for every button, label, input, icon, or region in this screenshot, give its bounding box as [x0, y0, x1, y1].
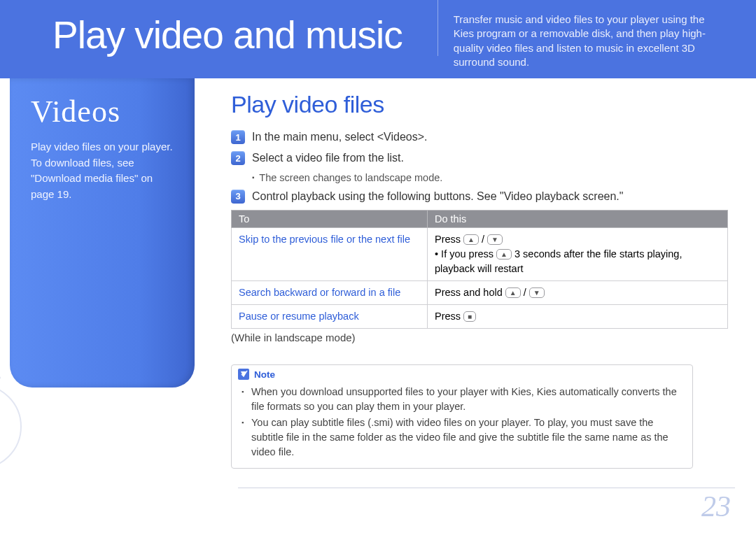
table-row: Pause or resume playback Press ■ — [232, 305, 728, 329]
section-heading: Play video files — [231, 91, 728, 118]
table-row: Search backward or forward in a file Pre… — [232, 281, 728, 305]
up-button-icon: ▲ — [496, 249, 512, 260]
step-2: 2 Select a video file from the list. — [231, 150, 728, 166]
step-number-icon: 3 — [231, 190, 245, 204]
page-divider — [238, 488, 735, 488]
up-button-icon: ▲ — [505, 287, 521, 298]
note-box: Note When you download unsupported files… — [231, 364, 693, 469]
table-header-do: Do this — [428, 211, 728, 228]
step-text: Control playback using the following but… — [252, 189, 624, 204]
table-cell-do: Press and hold ▲ / ▼ — [428, 281, 728, 305]
note-body: When you download unsupported files to y… — [232, 382, 692, 468]
note-item: When you download unsupported files to y… — [251, 385, 680, 414]
header-description: Transfer music and video files to your p… — [438, 0, 738, 56]
table-cell-to: Search backward or forward in a file — [232, 281, 428, 305]
sidebar-text: Play video files on your player. To down… — [31, 139, 176, 202]
svg-point-5 — [0, 385, 21, 469]
note-label: Note — [254, 369, 275, 380]
table-cell-do: Press ▲ / ▼ • If you press ▲ 3 seconds a… — [428, 228, 728, 281]
note-icon — [237, 368, 250, 381]
step-list: 1 In the main menu, select <Videos>. 2 S… — [231, 129, 728, 204]
select-button-icon: ■ — [463, 311, 476, 322]
step-1: 1 In the main menu, select <Videos>. — [231, 129, 728, 145]
table-row: Skip to the previous file or the next fi… — [232, 228, 728, 281]
note-item: You can play subtitle files (.smi) with … — [251, 415, 680, 460]
table-cell-do: Press ■ — [428, 305, 728, 329]
main-content: Play video files 1 In the main menu, sel… — [231, 91, 728, 469]
controls-table: To Do this Skip to the previous file or … — [231, 210, 728, 329]
step-text: In the main menu, select <Videos>. — [252, 129, 428, 145]
sidebar-title: Videos — [31, 94, 176, 129]
table-cell-to: Skip to the previous file or the next fi… — [232, 228, 428, 281]
step-3: 3 Control playback using the following b… — [231, 189, 728, 204]
page-number: 23 — [701, 490, 731, 523]
step-text: Select a video file from the list. — [252, 150, 404, 166]
table-cell-to: Pause or resume playback — [232, 305, 428, 329]
step-number-icon: 2 — [231, 151, 245, 165]
sidebar: Videos Play video files on your player. … — [10, 78, 195, 388]
step-number-icon: 1 — [231, 130, 245, 144]
down-button-icon: ▼ — [487, 234, 503, 245]
header-bar: Play video and music Transfer music and … — [0, 0, 756, 78]
page-title: Play video and music — [0, 0, 424, 57]
step-sub-bullet: The screen changes to landscape mode. — [252, 172, 728, 183]
svg-point-8 — [0, 376, 1, 380]
table-caption: (While in landscape mode) — [231, 332, 728, 343]
note-header: Note — [232, 365, 692, 382]
up-button-icon: ▲ — [463, 234, 479, 245]
down-button-icon: ▼ — [529, 287, 545, 298]
table-header-to: To — [232, 211, 428, 228]
